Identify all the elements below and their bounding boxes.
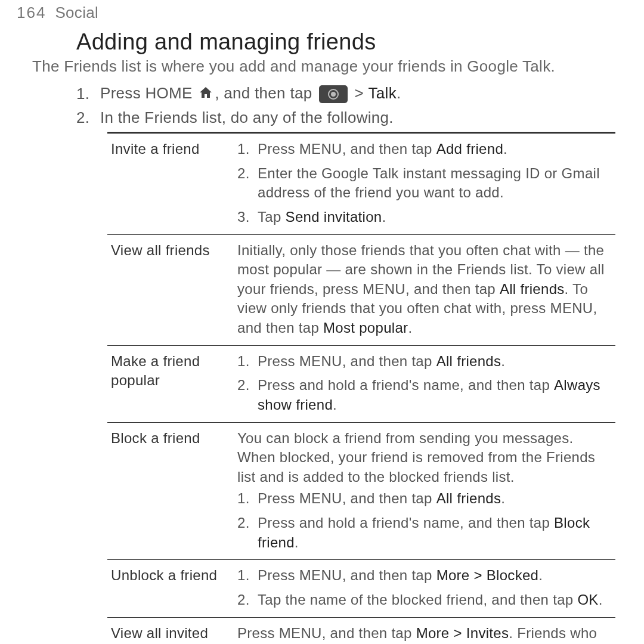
home-icon <box>198 85 213 104</box>
running-header: 164 Social <box>17 4 627 22</box>
intro-text: The Friends list is where you add and ma… <box>32 56 627 77</box>
row-label: Unblock a friend <box>107 560 234 617</box>
table-row: Make a friend popular 1. Press MENU, and… <box>107 345 615 422</box>
table-row: View all friends Initially, only those f… <box>107 234 615 345</box>
step-1: 1. Press HOME , and then tap > Talk. <box>76 84 627 104</box>
table-row: View all invited friends Press MENU, and… <box>107 617 615 644</box>
row-label: Block a friend <box>107 422 234 560</box>
section-name: Social <box>55 4 98 21</box>
friends-actions-table: Invite a friend 1. Press MENU, and then … <box>107 132 615 644</box>
row-label: Make a friend popular <box>107 345 234 422</box>
step-list: 1. Press HOME , and then tap > Talk. 2. … <box>76 84 627 127</box>
table-row: Block a friend You can block a friend fr… <box>107 422 615 560</box>
page-number: 164 <box>17 4 46 21</box>
row-label: View all friends <box>107 234 234 345</box>
page-title: Adding and managing friends <box>76 29 627 55</box>
table-row: Unblock a friend 1. Press MENU, and then… <box>107 560 615 617</box>
step-2: 2. In the Friends list, do any of the fo… <box>76 109 627 127</box>
svg-point-1 <box>331 92 336 97</box>
row-label: Invite a friend <box>107 133 234 235</box>
apps-button-icon <box>319 85 348 103</box>
row-label: View all invited friends <box>107 617 234 644</box>
table-row: Invite a friend 1. Press MENU, and then … <box>107 133 615 235</box>
